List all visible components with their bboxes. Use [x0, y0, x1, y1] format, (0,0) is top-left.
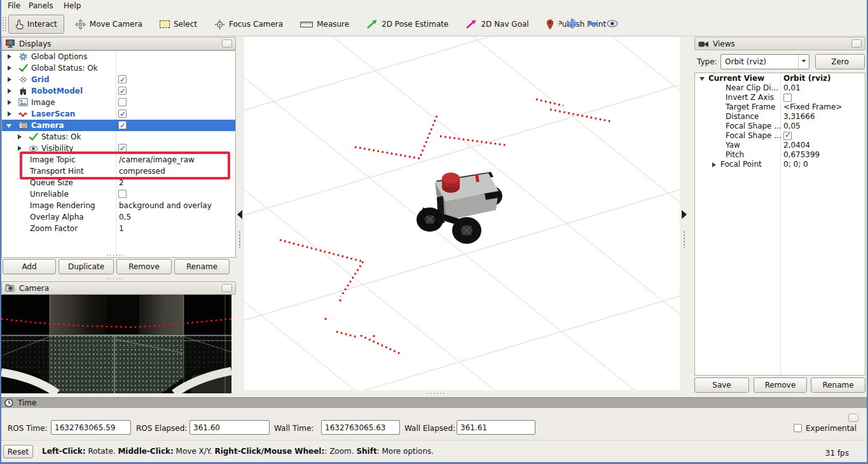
save-view-button[interactable]: Save [694, 377, 749, 393]
tree-row-unreliable[interactable]: Unreliable [2, 188, 235, 200]
views-row-distance[interactable]: Distance 3,31666 [695, 112, 865, 122]
splitter-grip[interactable] [683, 230, 685, 248]
views-row-focal-shape-size[interactable]: Focal Shape ... 0,05 [695, 122, 865, 131]
views-row-yaw[interactable]: Yaw 2,0404 [695, 141, 865, 150]
add-button[interactable]: Add [3, 259, 56, 274]
distance-value[interactable]: 3,31666 [783, 112, 815, 122]
views-row-target-frame[interactable]: Target Frame <Fixed Frame> [695, 102, 865, 112]
camera-image-view[interactable] [1, 295, 231, 393]
tool-interact[interactable]: Interact [8, 15, 64, 34]
tree-row-global-options[interactable]: Global Options [2, 51, 235, 62]
expander-icon[interactable] [8, 54, 11, 59]
views-row-focal-shape-fixed[interactable]: Focal Shape ... [695, 131, 865, 141]
tool-zoom-out[interactable] [587, 14, 601, 33]
expander-icon[interactable] [6, 124, 11, 128]
tree-row-global-status[interactable]: Global Status: Ok [2, 62, 235, 74]
views-row-pitch[interactable]: Pitch 0,675399 [695, 150, 865, 160]
target-frame-value[interactable]: <Fixed Frame> [783, 102, 842, 112]
hand-icon [15, 19, 24, 29]
wall-time-input[interactable] [321, 420, 400, 435]
ros-time-input[interactable] [51, 420, 131, 435]
camera-checkbox[interactable] [118, 121, 127, 129]
yaw-value[interactable]: 2,0404 [783, 141, 810, 150]
wall-elapsed-input[interactable] [457, 420, 535, 435]
views-row-focal-point[interactable]: Focal Point 0; 0; 0 [695, 160, 865, 169]
remove-button[interactable]: Remove [116, 259, 172, 274]
robotmodel-checkbox[interactable] [118, 87, 127, 95]
expander-icon[interactable] [18, 134, 22, 139]
pitch-value[interactable]: 0,675399 [783, 150, 820, 160]
tool-focus-camera[interactable]: Focus Camera [208, 15, 289, 34]
tool-2d-nav-goal[interactable]: 2D Nav Goal [459, 15, 535, 34]
expander-icon[interactable] [8, 100, 11, 105]
remove-view-button[interactable]: Remove [754, 377, 807, 393]
focal-shape-checkbox[interactable] [783, 132, 792, 140]
tool-2d-pose-estimate[interactable]: 2D Pose Estimate [360, 15, 455, 34]
menu-panels[interactable]: Panels [26, 1, 56, 11]
tree-row-laserscan[interactable]: LaserScan [2, 108, 235, 120]
displays-panel-button[interactable] [222, 39, 232, 48]
unreliable-checkbox[interactable] [118, 190, 127, 198]
splitter-grip[interactable] [106, 254, 123, 257]
invert-z-checkbox[interactable] [783, 94, 792, 102]
zero-button[interactable]: Zero [815, 54, 865, 69]
camera-panel-icon [5, 284, 15, 292]
tool-visibility[interactable] [606, 14, 621, 33]
expander-icon[interactable] [712, 162, 716, 167]
tree-row-image[interactable]: Image [2, 97, 235, 108]
tree-row-grid[interactable]: Grid [2, 74, 235, 85]
view-type-combo[interactable]: Orbit (rviz) [720, 54, 809, 69]
tool-zoom-in[interactable] [566, 14, 579, 33]
expander-icon[interactable] [8, 111, 11, 116]
tree-row-robotmodel[interactable]: RobotModel [2, 85, 235, 97]
views-panel-icon [698, 40, 709, 48]
views-row-near-clip[interactable]: Near Clip Di... 0,01 [695, 83, 865, 93]
rename-button[interactable]: Rename [174, 259, 230, 274]
image-rendering-value[interactable]: background and overlay [119, 200, 212, 211]
grid-checkbox[interactable] [118, 75, 127, 83]
menu-help[interactable]: Help [61, 1, 83, 11]
expander-icon[interactable] [8, 66, 11, 71]
focal-point-value[interactable]: 0; 0; 0 [783, 160, 808, 169]
collapse-left-handle[interactable] [237, 210, 242, 219]
tree-row-camera-status[interactable]: Status: Ok [2, 131, 235, 143]
views-row-invert-z[interactable]: Invert Z Axis [695, 93, 865, 102]
3d-viewport[interactable] [244, 37, 680, 390]
tool-measure[interactable]: Measure [294, 15, 355, 34]
duplicate-button[interactable]: Duplicate [59, 259, 114, 274]
toolbar-grip[interactable] [2, 17, 6, 32]
status-help-text: Left-Click: Rotate. Middle-Click: Move X… [42, 447, 434, 456]
expander-icon[interactable] [8, 77, 11, 82]
robot-icon [18, 87, 28, 95]
camera-panel-button[interactable] [222, 284, 232, 292]
tool-select[interactable]: Select [153, 15, 203, 34]
focal-shape-size-value[interactable]: 0,05 [783, 122, 801, 131]
overlay-alpha-value[interactable]: 0,5 [119, 211, 131, 223]
rename-view-button[interactable]: Rename [811, 377, 865, 393]
expander-icon[interactable] [18, 146, 22, 151]
near-clip-value[interactable]: 0,01 [783, 83, 801, 93]
menu-file[interactable]: File [5, 1, 23, 11]
ros-elapsed-input[interactable] [189, 420, 270, 435]
splitter-grip[interactable] [238, 230, 241, 248]
time-panel-button[interactable] [848, 414, 858, 422]
tree-row-overlay-alpha[interactable]: Overlay Alpha 0,5 [2, 211, 235, 223]
tree-row-zoom-factor[interactable]: Zoom Factor 1 [2, 223, 235, 234]
splitter-grip[interactable] [106, 278, 123, 280]
tool-move-camera[interactable]: Move Camera [69, 15, 149, 34]
camera-overlay [1, 295, 231, 393]
collapse-right-handle[interactable] [682, 210, 687, 219]
splitter-grip[interactable] [426, 392, 444, 395]
laserscan-checkbox[interactable] [118, 109, 127, 118]
image-checkbox[interactable] [118, 98, 127, 106]
tree-row-camera[interactable]: Camera [2, 120, 235, 131]
expander-icon[interactable] [699, 77, 705, 81]
views-panel-button[interactable] [851, 39, 862, 48]
expander-icon[interactable] [8, 88, 11, 94]
views-row-current-view[interactable]: Current View Orbit (rviz) [695, 74, 865, 83]
zoom-factor-value[interactable]: 1 [119, 223, 124, 234]
reset-button[interactable]: Reset [3, 445, 33, 458]
tree-row-image-rendering[interactable]: Image Rendering background and overlay [2, 200, 235, 211]
tool-label: Select [174, 20, 197, 29]
experimental-checkbox[interactable] [794, 424, 802, 432]
